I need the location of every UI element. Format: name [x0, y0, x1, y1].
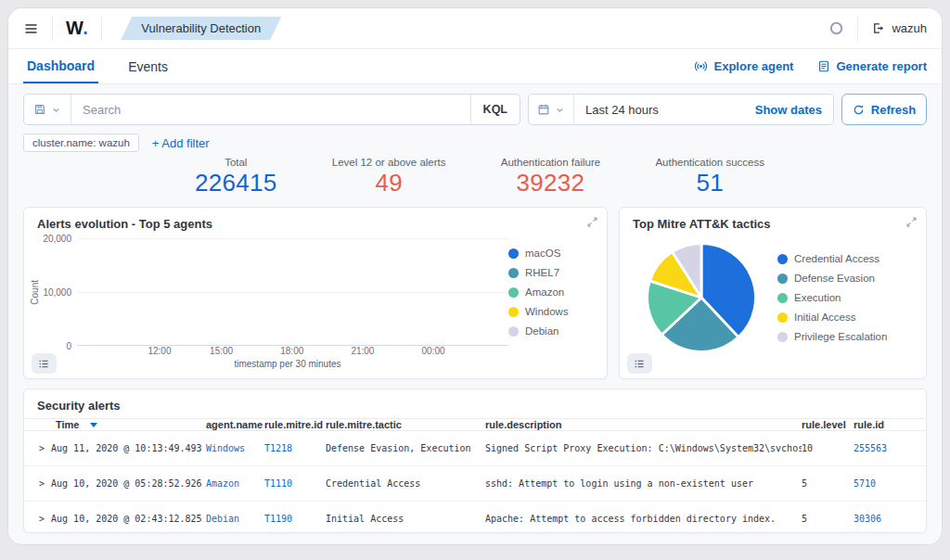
table-cell[interactable]: 30306 — [854, 514, 911, 524]
wazuh-logo[interactable]: W. — [66, 18, 88, 39]
saved-query-menu[interactable] — [24, 95, 71, 124]
bar-chart-legend: macOSRHEL7AmazonWindowsDebian — [508, 248, 597, 337]
table-cell: 5 — [802, 478, 854, 489]
column-header[interactable]: rule.mitre.tactic — [326, 419, 485, 430]
time-picker: Last 24 hours Show dates — [528, 94, 834, 125]
stat-metric: Total226415 — [195, 157, 277, 203]
menu-icon[interactable] — [23, 21, 39, 36]
user-menu[interactable]: wazuh — [871, 21, 927, 35]
stat-value[interactable]: 49 — [332, 169, 446, 197]
y-tick-label: 20,000 — [43, 234, 71, 244]
table-cell: sshd: Attempt to login using a non-exist… — [485, 478, 802, 489]
legend-item[interactable]: Amazon — [508, 286, 597, 298]
time-value: Aug 10, 2020 @ 05:28:52.926 — [51, 478, 202, 489]
chevron-down-icon — [51, 105, 61, 115]
legend-item[interactable]: RHEL7 — [508, 267, 597, 278]
time-range-label[interactable]: Last 24 hours — [574, 103, 744, 117]
table-cell[interactable]: 255563 — [854, 443, 911, 453]
legend-item[interactable]: Initial Access — [777, 312, 887, 323]
x-tick-label: 18:00 — [280, 346, 303, 356]
legend-item[interactable]: Execution — [777, 292, 887, 303]
broadcast-icon — [694, 59, 708, 73]
table-cell[interactable]: Windows — [206, 443, 264, 453]
column-header[interactable]: Time — [39, 419, 206, 430]
x-tick-label: 12:00 — [148, 346, 171, 356]
legend-toggle-button[interactable] — [32, 353, 57, 374]
column-header[interactable]: agent.name — [206, 419, 264, 430]
stat-metric: Authentication success51 — [655, 157, 764, 203]
legend-item[interactable]: Defense Evasion — [777, 273, 887, 284]
alerts-evolution-panel: Alerts evolution - Top 5 agents Count 01… — [23, 207, 608, 379]
table-cell[interactable]: Amazon — [206, 478, 264, 489]
column-header[interactable]: rule.mitre.id — [264, 419, 326, 430]
table-cell[interactable]: Debian — [206, 514, 264, 524]
filter-pill[interactable]: cluster.name: wazuh — [23, 134, 139, 152]
y-axis-ticks: 010,00020,000 — [40, 238, 77, 346]
column-header[interactable]: rule.description — [485, 419, 802, 430]
time-value: Aug 10, 2020 @ 02:43:12.825 — [51, 514, 202, 524]
search-bar: KQL — [23, 94, 520, 125]
legend-item[interactable]: Debian — [508, 325, 597, 337]
legend-label: Initial Access — [794, 312, 855, 323]
app-window: W. Vulnerability Detection wazuh Dashboa… — [7, 7, 943, 545]
health-ring-icon[interactable] — [828, 20, 844, 36]
logout-icon — [871, 21, 885, 35]
stat-value[interactable]: 39232 — [501, 169, 600, 197]
stat-metric: Authentication failure39232 — [501, 157, 600, 203]
legend-label: Defense Evasion — [794, 273, 875, 284]
legend-dot — [508, 287, 519, 298]
tab-dashboard[interactable]: Dashboard — [23, 49, 98, 83]
column-header[interactable]: rule.level — [802, 419, 854, 430]
divider — [101, 17, 102, 41]
add-filter-button[interactable]: + Add filter — [152, 136, 210, 150]
expand-row-icon[interactable]: > — [39, 514, 45, 524]
legend-item[interactable]: Privilege Escalation — [777, 331, 887, 342]
legend-dot — [508, 268, 519, 278]
stat-value[interactable]: 51 — [655, 169, 764, 197]
expand-row-icon[interactable]: > — [39, 443, 45, 453]
panel-title: Top Mitre ATT&K tactics — [620, 208, 926, 233]
legend-item[interactable]: Windows — [508, 306, 597, 317]
report-icon — [817, 59, 830, 73]
column-header[interactable]: rule.id — [854, 419, 911, 430]
expand-icon[interactable] — [586, 216, 598, 228]
sort-desc-icon — [90, 423, 97, 427]
table-cell[interactable]: T1218 — [264, 443, 326, 453]
expand-icon[interactable] — [905, 216, 918, 228]
stat-label: Authentication failure — [501, 157, 600, 168]
x-tick-label: 00:00 — [422, 346, 445, 356]
tabs-bar: Dashboard Events Explore agent Generate … — [8, 49, 942, 84]
x-tick-label: 15:00 — [210, 346, 233, 356]
table-cell[interactable]: T1110 — [264, 478, 326, 489]
breadcrumb[interactable]: Vulnerability Detection — [121, 17, 281, 40]
pie-chart — [640, 236, 763, 359]
explore-agent-button[interactable]: Explore agent — [694, 59, 793, 73]
table-row: >Aug 10, 2020 @ 02:43:12.825DebianT1190I… — [24, 502, 926, 533]
show-dates-button[interactable]: Show dates — [744, 103, 833, 117]
time-value: Aug 11, 2020 @ 10:13:49.493 — [51, 443, 202, 453]
tab-events[interactable]: Events — [124, 49, 172, 83]
table-cell[interactable]: 5710 — [854, 478, 911, 489]
legend-toggle-button[interactable] — [627, 353, 652, 374]
generate-report-button[interactable]: Generate report — [817, 59, 927, 73]
save-query-icon — [33, 103, 46, 116]
legend-dot — [508, 307, 519, 317]
user-label: wazuh — [892, 21, 927, 35]
stat-value[interactable]: 226415 — [195, 169, 277, 197]
legend-item[interactable]: macOS — [508, 248, 597, 259]
query-language-button[interactable]: KQL — [470, 95, 520, 124]
legend-label: Amazon — [525, 286, 564, 298]
search-input[interactable] — [71, 103, 470, 117]
legend-item[interactable]: Credential Access — [777, 253, 887, 264]
refresh-button[interactable]: Refresh — [841, 94, 927, 125]
table-cell[interactable]: T1190 — [264, 514, 326, 524]
top-navbar: W. Vulnerability Detection wazuh — [8, 8, 942, 49]
stat-label: Total — [195, 157, 277, 168]
legend-label: Credential Access — [794, 253, 879, 264]
y-tick-label: 10,000 — [43, 287, 71, 298]
table-cell: Defense Evasion, Execution — [326, 443, 485, 453]
table-row: >Aug 10, 2020 @ 05:28:52.926AmazonT1110C… — [24, 466, 926, 502]
filter-bar: cluster.name: wazuh + Add filter — [23, 133, 927, 153]
expand-row-icon[interactable]: > — [39, 478, 45, 489]
date-quick-menu[interactable] — [529, 95, 574, 124]
